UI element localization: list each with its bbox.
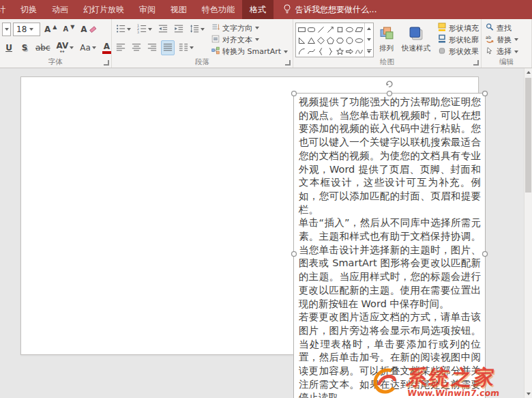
numbering-button[interactable]: 123 <box>135 22 154 37</box>
textbox-paragraph[interactable]: 单击“插入”，然后从不同库中选择所需元素。主题和样式也有助于文档保持协调。当您单… <box>299 216 481 311</box>
shapes-gallery <box>295 23 374 57</box>
text-direction-icon <box>211 23 220 33</box>
strikethrough-button[interactable]: abc <box>33 40 53 55</box>
ribbon-tab-bar: 设计 切换 动画 幻灯片放映 审阅 视图 特色功能 格式 告诉我您想要做什么..… <box>0 0 532 19</box>
tab-special-features[interactable]: 特色功能 <box>194 0 242 19</box>
site-watermark: 系统之家 Www.Winwin7.com <box>370 366 503 398</box>
resize-handle-top-center[interactable] <box>387 91 392 96</box>
convert-to-smartart-button[interactable]: 转换为 SmartArt <box>209 46 290 57</box>
shape-star-icon[interactable] <box>335 46 344 57</box>
shape-curve-icon[interactable] <box>306 46 316 57</box>
align-right-button[interactable] <box>145 40 159 55</box>
shape-ellipse-icon[interactable] <box>344 24 354 35</box>
shape-arrow-icon[interactable] <box>325 24 335 35</box>
selected-textbox[interactable]: 视频提供了功能强大的方法帮助您证明您的观点。当您单击联机视频时，可以在想要添加的… <box>293 93 486 398</box>
arrange-button[interactable]: 排列 <box>376 22 396 57</box>
line-spacing-button[interactable] <box>188 22 207 37</box>
justify-button[interactable] <box>161 40 175 55</box>
shape-fill-button[interactable]: 形状填充 <box>436 23 482 33</box>
resize-handle-middle-left[interactable] <box>291 251 297 257</box>
editing-group-label: 编辑 <box>482 57 531 67</box>
align-left-button[interactable] <box>114 40 128 55</box>
decrease-font-size-button[interactable]: A▼ <box>61 22 76 37</box>
shape-outline-button[interactable]: 形状轮廓 <box>436 34 482 45</box>
drawing-group: 排列 快速样式 形状填充 形状轮廓 形状效果 <box>293 19 482 68</box>
align-center-icon <box>132 42 141 54</box>
shape-line-icon[interactable] <box>316 24 325 35</box>
indent-icon <box>174 24 183 35</box>
align-center-button[interactable] <box>130 40 143 55</box>
rotate-handle[interactable] <box>385 80 394 88</box>
align-text-button[interactable]: 对齐文本 <box>209 34 290 45</box>
tab-transitions[interactable]: 切换 <box>13 0 44 19</box>
shape-arrowr-icon[interactable] <box>344 46 354 57</box>
text-direction-button[interactable]: 文字方向 <box>209 23 290 33</box>
tab-format[interactable]: 格式 <box>242 0 274 19</box>
tab-view[interactable]: 视图 <box>163 0 194 19</box>
resize-handle-top-right[interactable] <box>482 91 488 96</box>
shape-triangle-icon[interactable] <box>306 35 316 46</box>
tab-design[interactable]: 设计 <box>0 0 13 19</box>
shape-fill-label: 形状填充 <box>449 23 479 33</box>
font-size-combo[interactable]: 18 <box>13 23 40 36</box>
gallery-more-button[interactable] <box>365 46 373 57</box>
spacing-icon: AV↔ <box>57 42 69 55</box>
tab-animations[interactable]: 动画 <box>44 0 76 19</box>
underline-button[interactable]: U <box>2 40 16 55</box>
quick-styles-button[interactable]: 快速样式 <box>399 22 433 57</box>
drawing-dialog-launcher[interactable] <box>473 60 479 66</box>
textbox-content[interactable]: 视频提供了功能强大的方法帮助您证明您的观点。当您单击联机视频时，可以在想要添加的… <box>294 94 485 398</box>
textbox-paragraph[interactable]: 视频提供了功能强大的方法帮助您证明您的观点。当您单击联机视频时，可以在想要添加的… <box>299 96 481 216</box>
shape-diamond-icon[interactable] <box>316 35 325 46</box>
character-spacing-button[interactable]: AV↔ <box>55 40 76 55</box>
slide-workspace[interactable]: 视频提供了功能强大的方法帮助您证明您的观点。当您单击联机视频时，可以在想要添加的… <box>0 68 532 398</box>
text-shadow-button[interactable]: S <box>18 40 31 55</box>
line-spacing-icon <box>190 24 199 35</box>
paragraph-dialog-launcher[interactable] <box>285 60 291 66</box>
tell-me-box[interactable]: 告诉我您想要做什么... <box>283 0 376 19</box>
find-button[interactable]: 查找 <box>484 23 520 33</box>
search-icon <box>486 23 494 33</box>
bullets-button[interactable] <box>114 22 133 37</box>
shape-oval-icon[interactable] <box>354 35 364 46</box>
columns-button[interactable] <box>177 40 196 55</box>
resize-handle-top-left[interactable] <box>291 91 297 96</box>
select-button[interactable]: 选择 <box>484 46 520 57</box>
scroll-down-button[interactable] <box>524 390 532 398</box>
shape-hexagon-icon[interactable] <box>335 35 344 46</box>
decrease-indent-button[interactable] <box>156 22 170 37</box>
clear-formatting-button[interactable]: A <box>78 22 98 37</box>
tab-slideshow[interactable]: 幻灯片放映 <box>76 0 132 19</box>
shape-circle-icon[interactable] <box>344 35 354 46</box>
shape-lbrace-icon[interactable] <box>316 46 325 57</box>
font-color-button[interactable]: A <box>100 40 112 55</box>
chevron-down-icon <box>29 28 33 31</box>
gallery-scroll-up-button[interactable] <box>365 23 373 34</box>
shrink-font-letter: A <box>63 26 68 33</box>
font-dialog-launcher[interactable] <box>104 60 109 66</box>
scroll-up-button[interactable] <box>524 68 532 76</box>
find-label: 查找 <box>497 23 512 33</box>
shape-pentagon-icon[interactable] <box>325 35 335 46</box>
shape-parallelogram-icon[interactable] <box>354 24 364 35</box>
resize-handle-middle-right[interactable] <box>482 251 488 257</box>
shape-rtriangle-icon[interactable] <box>297 35 306 46</box>
font-name-combo[interactable] <box>2 23 11 36</box>
replace-button[interactable]: ab 替换 <box>484 34 520 45</box>
chevron-down-icon <box>255 27 259 29</box>
underline-letter: U <box>5 44 12 52</box>
scrollbar-thumb[interactable] <box>525 78 531 193</box>
vertical-scrollbar[interactable] <box>524 68 532 398</box>
increase-indent-button[interactable] <box>172 22 186 37</box>
shape-rect-icon[interactable] <box>297 24 306 35</box>
increase-font-size-button[interactable]: A▲ <box>42 22 59 37</box>
tab-review[interactable]: 审阅 <box>132 0 163 19</box>
shape-roundrect-icon[interactable] <box>306 24 316 35</box>
shape-arc-icon[interactable] <box>297 46 306 57</box>
change-case-button[interactable]: Aa <box>78 40 98 55</box>
shape-square-icon[interactable] <box>335 24 344 35</box>
shape-scribble-icon[interactable] <box>354 46 364 57</box>
gallery-scroll-down-button[interactable] <box>365 34 373 45</box>
shape-rbrace-icon[interactable] <box>325 46 335 57</box>
shape-effects-button[interactable]: 形状效果 <box>436 46 482 57</box>
